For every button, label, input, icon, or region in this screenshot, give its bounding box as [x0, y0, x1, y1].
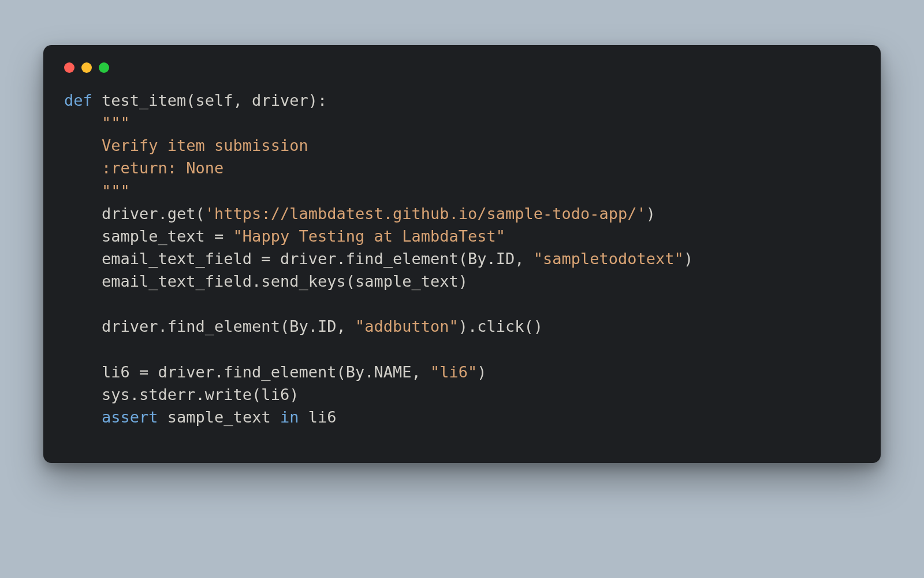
- code-token: email_text_field.send_keys(sample_text): [102, 272, 468, 290]
- code-token: def: [64, 91, 92, 109]
- code-token: ).click(): [459, 317, 543, 335]
- zoom-icon[interactable]: [99, 62, 109, 73]
- code-token: sample_text =: [102, 227, 233, 245]
- code-token: test_item(self, driver):: [92, 91, 327, 109]
- code-token: ): [477, 363, 486, 381]
- code-token: driver.get(: [102, 205, 205, 223]
- code-token: Verify item submission: [102, 136, 308, 154]
- code-window: def test_item(self, driver): """ Verify …: [43, 45, 881, 463]
- code-token: li6 = driver.find_element(By.NAME,: [102, 363, 430, 381]
- code-token: ): [646, 205, 655, 223]
- code-token: ): [684, 250, 693, 268]
- code-token: "addbutton": [355, 317, 459, 335]
- code-token: "li6": [430, 363, 477, 381]
- code-token: """: [102, 114, 130, 132]
- code-token: "sampletodotext": [534, 250, 684, 268]
- minimize-icon[interactable]: [81, 62, 92, 73]
- close-icon[interactable]: [64, 62, 74, 73]
- code-token: :return: None: [102, 159, 223, 177]
- code-token: driver.find_element(By.ID,: [102, 317, 355, 335]
- code-token: """: [102, 182, 130, 200]
- code-token: "Happy Testing at LambdaTest": [233, 227, 505, 245]
- code-block: def test_item(self, driver): """ Verify …: [64, 89, 860, 428]
- code-token: in: [280, 408, 299, 426]
- window-controls: [64, 62, 860, 73]
- code-token: 'https://lambdatest.github.io/sample-tod…: [205, 205, 646, 223]
- code-token: li6: [299, 408, 336, 426]
- code-token: sys.stderr.write(li6): [102, 386, 299, 403]
- code-token: email_text_field = driver.find_element(B…: [102, 250, 534, 268]
- code-token: sample_text: [158, 408, 280, 426]
- code-token: assert: [102, 408, 158, 426]
